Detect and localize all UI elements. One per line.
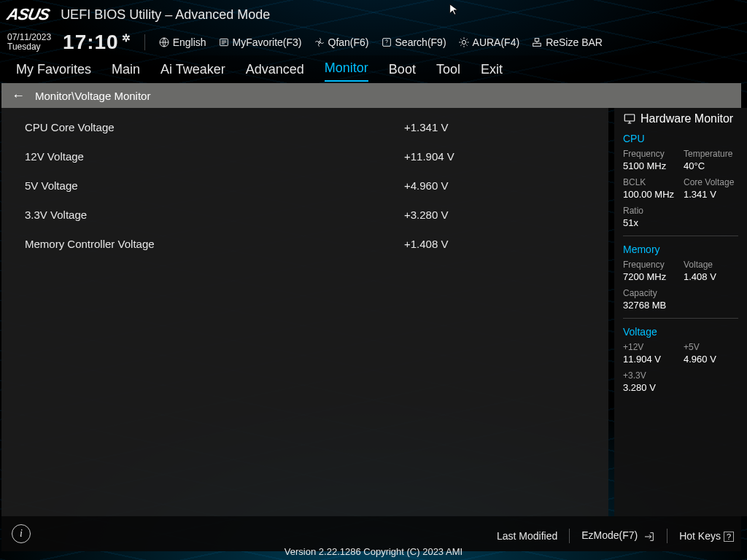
tab-my-favorites[interactable]: My Favorites <box>16 62 91 82</box>
voltage-value: +1.341 V <box>404 121 448 133</box>
voltage-row[interactable]: 12V Voltage+11.904 V <box>1 141 608 171</box>
search-help-icon <box>381 36 392 48</box>
search-button[interactable]: Search(F9) <box>381 36 446 48</box>
main-tabs: My FavoritesMainAi TweakerAdvancedMonito… <box>0 55 747 82</box>
clock: 17:10✲ <box>63 31 131 54</box>
tab-advanced[interactable]: Advanced <box>246 62 304 82</box>
toolbar: 07/11/2023 Tuesday 17:10✲ English MyFavo… <box>0 29 747 55</box>
version-text: Version 2.22.1286 Copyright (C) 2023 AMI <box>0 546 747 560</box>
breadcrumb-text: Monitor\Voltage Monitor <box>35 90 150 102</box>
voltage-value: +3.280 V <box>404 209 448 221</box>
svg-rect-6 <box>533 43 541 46</box>
monitor-icon <box>623 112 636 125</box>
title-bar: ASUS UEFI BIOS Utility – Advanced Mode <box>0 0 747 29</box>
voltage-value: +1.408 V <box>404 238 448 250</box>
brand-logo: ASUS <box>5 5 53 24</box>
mouse-cursor <box>448 3 461 19</box>
page-title: UEFI BIOS Utility – Advanced Mode <box>61 7 270 23</box>
list-icon <box>218 36 230 48</box>
section-memory: Memory <box>623 244 738 255</box>
voltage-row[interactable]: 3.3V Voltage+3.280 V <box>1 200 608 229</box>
voltage-label: Memory Controller Voltage <box>25 238 404 250</box>
language-button[interactable]: English <box>158 36 206 48</box>
ezmode-button[interactable]: EzMode(F7) <box>581 529 655 542</box>
back-arrow-icon[interactable]: ← <box>12 88 25 104</box>
tab-monitor[interactable]: Monitor <box>325 61 368 82</box>
tab-boot[interactable]: Boot <box>389 62 416 82</box>
hotkeys-button[interactable]: Hot Keys? <box>679 530 734 542</box>
section-voltage: Voltage <box>623 326 738 338</box>
aura-button[interactable]: AURA(F4) <box>458 36 520 48</box>
exit-icon <box>643 531 655 542</box>
gear-icon[interactable]: ✲ <box>122 32 131 44</box>
sun-icon <box>458 36 470 48</box>
voltage-monitor-panel: CPU Core Voltage+1.341 V12V Voltage+11.9… <box>1 108 608 516</box>
fan-icon <box>314 36 325 48</box>
sidebar-title: Hardware Monitor <box>623 112 738 125</box>
voltage-value: +11.904 V <box>404 150 454 163</box>
svg-rect-7 <box>624 114 635 121</box>
voltage-label: CPU Core Voltage <box>25 121 404 133</box>
last-modified-button[interactable]: Last Modified <box>497 530 557 542</box>
resize-icon <box>531 36 543 48</box>
myfavorite-button[interactable]: MyFavorite(F3) <box>218 36 302 48</box>
tab-exit[interactable]: Exit <box>481 62 503 82</box>
voltage-value: +4.960 V <box>404 179 448 192</box>
qfan-button[interactable]: Qfan(F6) <box>314 36 369 48</box>
voltage-row[interactable]: 5V Voltage+4.960 V <box>1 171 608 200</box>
svg-rect-5 <box>535 39 538 42</box>
tab-main[interactable]: Main <box>112 62 140 82</box>
voltage-label: 3.3V Voltage <box>25 209 404 221</box>
footer: Last Modified EzMode(F7) Hot Keys? Versi… <box>0 519 747 560</box>
date-block: 07/11/2023 Tuesday <box>7 33 51 52</box>
svg-point-4 <box>462 40 465 44</box>
globe-icon <box>158 36 170 48</box>
voltage-label: 5V Voltage <box>25 179 404 192</box>
svg-point-2 <box>318 42 320 44</box>
voltage-label: 12V Voltage <box>25 150 404 163</box>
tab-ai-tweaker[interactable]: Ai Tweaker <box>160 62 225 82</box>
resizebar-button[interactable]: ReSize BAR <box>531 36 603 48</box>
breadcrumb: ← Monitor\Voltage Monitor <box>1 83 741 108</box>
tab-tool[interactable]: Tool <box>436 62 460 82</box>
voltage-row[interactable]: Memory Controller Voltage+1.408 V <box>1 229 608 258</box>
hardware-monitor-sidebar: Hardware Monitor CPU Frequency5100 MHz T… <box>614 108 747 516</box>
voltage-row[interactable]: CPU Core Voltage+1.341 V <box>1 112 608 141</box>
section-cpu: CPU <box>623 133 738 144</box>
